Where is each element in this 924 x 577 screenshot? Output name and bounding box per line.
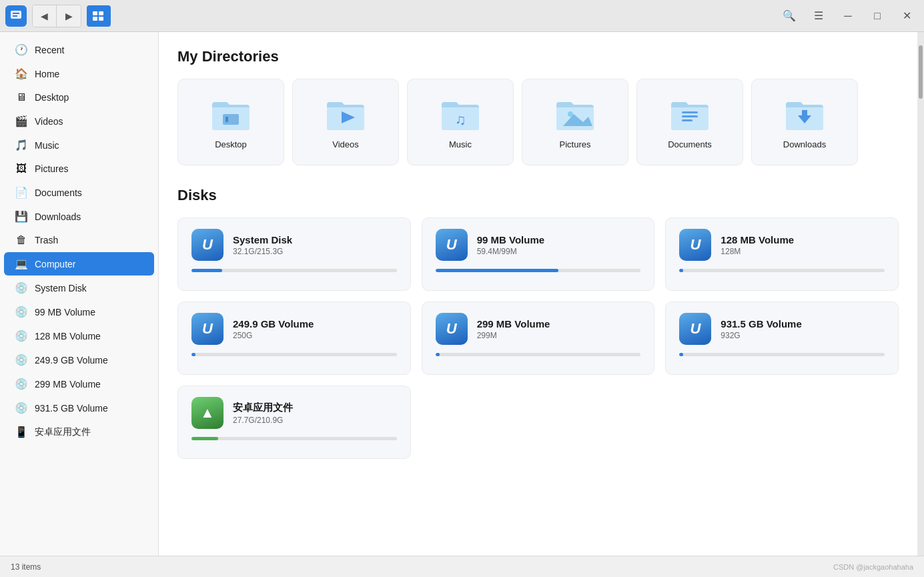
folder-icon-downloads [783, 95, 826, 133]
app-icon [5, 5, 27, 27]
disk-card-99mb-vol[interactable]: U 99 MB Volume 59.4M/99M [422, 217, 655, 291]
disk-size-system-disk: 32.1G/215.3G [233, 247, 397, 256]
sidebar-label-documents: Documents [35, 187, 82, 198]
sidebar-item-computer[interactable]: 💻Computer [4, 252, 154, 275]
dir-card-pictures[interactable]: Pictures [522, 79, 628, 165]
my-directories-title: My Directories [177, 48, 899, 65]
disk-icon-299mb-vol: U [436, 313, 468, 345]
disk-progress-bg-249gb-vol [191, 353, 397, 356]
disk-size-android-app: 27.7G/210.9G [233, 416, 397, 425]
main-layout: 🕐Recent🏠Home🖥Desktop🎬Videos🎵Music🖼Pictur… [0, 32, 924, 556]
disk-progress-fill-99mb-vol [436, 269, 559, 272]
disk-name-128mb-vol: 128 MB Volume [721, 234, 885, 245]
disk-card-249gb-vol[interactable]: U 249.9 GB Volume 250G [177, 302, 411, 375]
sidebar-item-recent[interactable]: 🕐Recent [4, 38, 154, 61]
disk-name-299mb-vol: 299 MB Volume [477, 318, 641, 330]
svg-rect-1 [13, 13, 19, 14]
disk-progress-bg-android-app [191, 437, 397, 440]
sidebar-label-249gb: 249.9 GB Volume [35, 355, 108, 366]
folder-icon-documents [668, 95, 711, 133]
sidebar-item-desktop[interactable]: 🖥Desktop [4, 86, 154, 109]
scrollbar[interactable] [917, 32, 924, 556]
svg-rect-4 [99, 11, 103, 15]
disk-card-android-app[interactable]: ▲ 安卓应用文件 27.7G/210.9G [177, 386, 411, 459]
disk-card-931gb-vol[interactable]: U 931.5 GB Volume 932G [665, 302, 899, 375]
sidebar-item-systemdisk[interactable]: 💿System Disk [4, 276, 154, 300]
dir-label-desktop: Desktop [215, 139, 247, 149]
sidebar-item-pictures[interactable]: 🖼Pictures [4, 157, 154, 180]
watermark: CSDN @jackgaohahaha [833, 563, 913, 571]
maximize-button[interactable]: □ [865, 5, 889, 27]
svg-rect-14 [682, 115, 698, 117]
dir-card-desktop[interactable]: Desktop [177, 79, 284, 165]
sidebar-item-931gb[interactable]: 💿931.5 GB Volume [4, 396, 154, 420]
forward-button[interactable]: ▶ [57, 5, 81, 27]
title-bar: ◀ ▶ 🔍 ☰ ─ □ ✕ [0, 0, 924, 32]
sidebar-icon-documents: 📄 [15, 186, 28, 199]
svg-rect-2 [13, 15, 17, 17]
sidebar-icon-systemdisk: 💿 [15, 281, 28, 294]
folder-icon-pictures [554, 95, 596, 133]
sidebar-icon-128mb: 💿 [15, 330, 28, 342]
sidebar-icon-videos: 🎬 [15, 115, 28, 127]
svg-rect-8 [225, 117, 228, 122]
close-button[interactable]: ✕ [895, 5, 919, 27]
sidebar-item-android[interactable]: 📱安卓应用文件 [4, 420, 154, 444]
sidebar-item-music[interactable]: 🎵Music [4, 133, 154, 157]
sidebar-icon-computer: 💻 [15, 257, 28, 270]
svg-text:♫: ♫ [455, 111, 466, 128]
sidebar-label-931gb: 931.5 GB Volume [35, 403, 108, 414]
dir-card-videos[interactable]: Videos [292, 79, 399, 165]
sidebar-label-downloads: Downloads [35, 211, 81, 222]
menu-button[interactable]: ☰ [807, 5, 831, 27]
scrollbar-thumb[interactable] [919, 45, 923, 99]
disk-icon-128mb-vol: U [679, 229, 711, 261]
disk-progress-fill-android-app [191, 437, 218, 440]
sidebar-item-trash[interactable]: 🗑Trash [4, 229, 154, 251]
svg-rect-13 [682, 111, 698, 113]
sidebar-item-downloads[interactable]: 💾Downloads [4, 205, 154, 228]
disk-progress-fill-299mb-vol [436, 353, 440, 356]
view-toggle-button[interactable] [87, 5, 111, 27]
disk-icon-99mb-vol: U [436, 229, 468, 261]
sidebar-label-music: Music [35, 140, 59, 151]
sidebar-item-videos[interactable]: 🎬Videos [4, 109, 154, 133]
sidebar-icon-299mb: 💿 [15, 378, 28, 390]
item-count: 13 items [11, 562, 41, 572]
dir-card-downloads[interactable]: Downloads [751, 79, 858, 165]
disk-card-299mb-vol[interactable]: U 299 MB Volume 299M [422, 302, 655, 375]
disk-card-system-disk[interactable]: U System Disk 32.1G/215.3G [177, 217, 411, 291]
dir-card-music[interactable]: ♫ Music [407, 79, 514, 165]
sidebar-item-299mb[interactable]: 💿299 MB Volume [4, 372, 154, 396]
disk-info-android-app: 安卓应用文件 27.7G/210.9G [233, 402, 397, 425]
sidebar-icon-downloads: 💾 [15, 210, 28, 223]
back-button[interactable]: ◀ [33, 5, 57, 27]
minimize-button[interactable]: ─ [836, 5, 860, 27]
disks-title: Disks [177, 187, 899, 204]
sidebar-label-299mb: 299 MB Volume [35, 379, 101, 390]
sidebar-icon-desktop: 🖥 [15, 91, 28, 103]
search-button[interactable]: 🔍 [777, 5, 801, 27]
sidebar-item-documents[interactable]: 📄Documents [4, 181, 154, 204]
disk-progress-fill-931gb-vol [679, 353, 683, 356]
disk-card-128mb-vol[interactable]: U 128 MB Volume 128M [665, 217, 899, 291]
disk-info-299mb-vol: 299 MB Volume 299M [477, 318, 641, 340]
dir-card-documents[interactable]: Documents [636, 79, 743, 165]
sidebar-label-home: Home [35, 69, 59, 79]
sidebar-item-99mb[interactable]: 💿99 MB Volume [4, 300, 154, 324]
sidebar-item-home[interactable]: 🏠Home [4, 62, 154, 85]
disk-info-249gb-vol: 249.9 GB Volume 250G [233, 318, 397, 340]
disk-progress-fill-system-disk [191, 269, 222, 272]
dir-label-music: Music [449, 139, 472, 149]
sidebar-label-computer: Computer [35, 259, 75, 269]
disk-info-128mb-vol: 128 MB Volume 128M [721, 234, 885, 256]
nav-button-group: ◀ ▶ [32, 5, 81, 27]
svg-rect-7 [223, 114, 239, 125]
disk-icon-931gb-vol: U [679, 313, 711, 345]
content-area: My Directories Desktop Videos ♫ Musi [159, 32, 917, 556]
sidebar-item-249gb[interactable]: 💿249.9 GB Volume [4, 348, 154, 372]
disk-progress-fill-128mb-vol [679, 269, 683, 272]
dir-label-videos: Videos [332, 139, 359, 149]
sidebar-item-128mb[interactable]: 💿128 MB Volume [4, 324, 154, 348]
disk-icon-system-disk: U [191, 229, 223, 261]
